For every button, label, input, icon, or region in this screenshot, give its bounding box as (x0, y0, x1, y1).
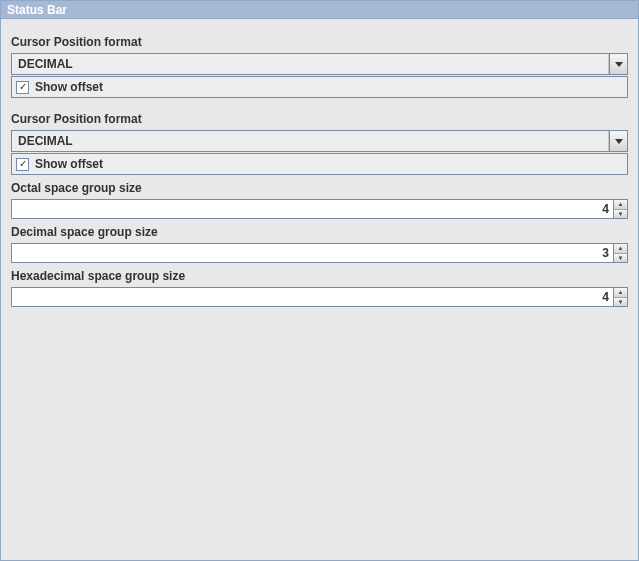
hex-space-group-size-value[interactable]: 4 (12, 288, 613, 306)
show-offset-label-2: Show offset (35, 157, 103, 171)
status-bar-window: Status Bar Cursor Position format DECIMA… (0, 0, 639, 561)
cursor-position-format-label-2: Cursor Position format (11, 112, 628, 126)
hex-space-group-size-spinner[interactable]: 4 ▲ ▼ (11, 287, 628, 307)
cursor-position-format-label-1: Cursor Position format (11, 35, 628, 49)
decimal-space-group-size-value[interactable]: 3 (12, 244, 613, 262)
content-area: Cursor Position format DECIMAL ✓ Show of… (1, 19, 638, 317)
show-offset-checkbox-2[interactable]: ✓ (16, 158, 29, 171)
chevron-down-icon[interactable] (609, 54, 627, 74)
spinner-down-icon[interactable]: ▼ (614, 210, 627, 219)
spinner-down-icon[interactable]: ▼ (614, 254, 627, 263)
show-offset-row-2[interactable]: ✓ Show offset (11, 153, 628, 175)
spinner-down-icon[interactable]: ▼ (614, 298, 627, 307)
octal-space-group-size-value[interactable]: 4 (12, 200, 613, 218)
show-offset-label-1: Show offset (35, 80, 103, 94)
hex-spinner-buttons: ▲ ▼ (613, 288, 627, 306)
cursor-position-format-select-2[interactable]: DECIMAL (11, 130, 628, 152)
chevron-down-icon[interactable] (609, 131, 627, 151)
decimal-space-group-size-spinner[interactable]: 3 ▲ ▼ (11, 243, 628, 263)
show-offset-row-1[interactable]: ✓ Show offset (11, 76, 628, 98)
octal-space-group-size-spinner[interactable]: 4 ▲ ▼ (11, 199, 628, 219)
spinner-up-icon[interactable]: ▲ (614, 200, 627, 210)
svg-marker-0 (615, 62, 623, 67)
show-offset-checkbox-1[interactable]: ✓ (16, 81, 29, 94)
window-titlebar: Status Bar (1, 1, 638, 19)
octal-space-group-size-label: Octal space group size (11, 181, 628, 195)
svg-marker-1 (615, 139, 623, 144)
octal-spinner-buttons: ▲ ▼ (613, 200, 627, 218)
decimal-spinner-buttons: ▲ ▼ (613, 244, 627, 262)
decimal-space-group-size-label: Decimal space group size (11, 225, 628, 239)
spinner-up-icon[interactable]: ▲ (614, 288, 627, 298)
cursor-position-format-value-2: DECIMAL (12, 131, 609, 151)
hex-space-group-size-label: Hexadecimal space group size (11, 269, 628, 283)
window-title: Status Bar (7, 3, 67, 17)
spinner-up-icon[interactable]: ▲ (614, 244, 627, 254)
cursor-position-format-select-1[interactable]: DECIMAL (11, 53, 628, 75)
cursor-position-format-value-1: DECIMAL (12, 54, 609, 74)
